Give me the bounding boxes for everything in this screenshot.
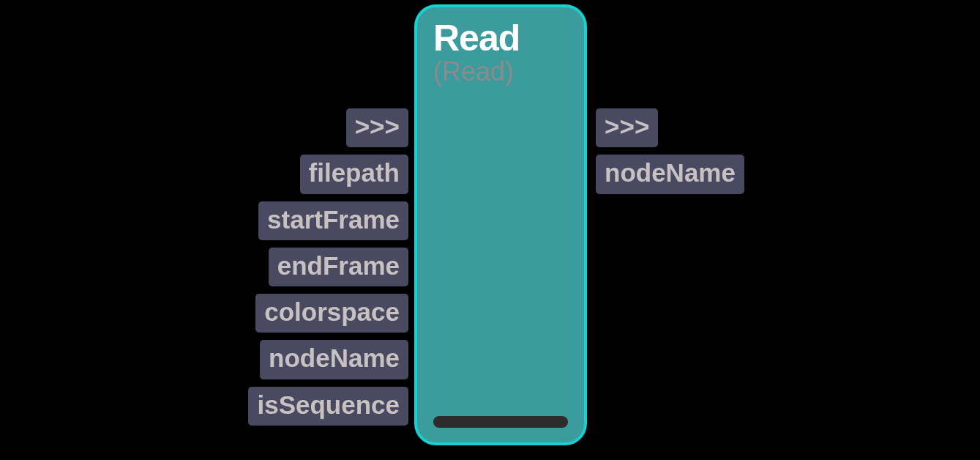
node-title: Read bbox=[433, 19, 568, 58]
node-graph-canvas[interactable]: >>> filepath startFrame endFrame colorsp… bbox=[0, 0, 980, 460]
node-subtitle: (Read) bbox=[433, 56, 568, 87]
input-port-flow[interactable]: >>> bbox=[346, 108, 408, 147]
input-port-list: >>> filepath startFrame endFrame colorsp… bbox=[248, 108, 408, 426]
output-port-nodename[interactable]: nodeName bbox=[596, 155, 744, 193]
input-port-startframe[interactable]: startFrame bbox=[258, 201, 408, 240]
read-node[interactable]: Read (Read) bbox=[414, 4, 587, 445]
input-port-endframe[interactable]: endFrame bbox=[269, 248, 408, 286]
input-port-filepath[interactable]: filepath bbox=[300, 155, 408, 193]
input-port-issequence[interactable]: isSequence bbox=[248, 387, 408, 426]
node-footer-bar bbox=[433, 416, 568, 428]
output-port-flow[interactable]: >>> bbox=[596, 108, 658, 147]
output-port-list: >>> nodeName bbox=[596, 108, 744, 194]
input-port-nodename[interactable]: nodeName bbox=[260, 340, 408, 379]
input-port-colorspace[interactable]: colorspace bbox=[255, 294, 408, 333]
